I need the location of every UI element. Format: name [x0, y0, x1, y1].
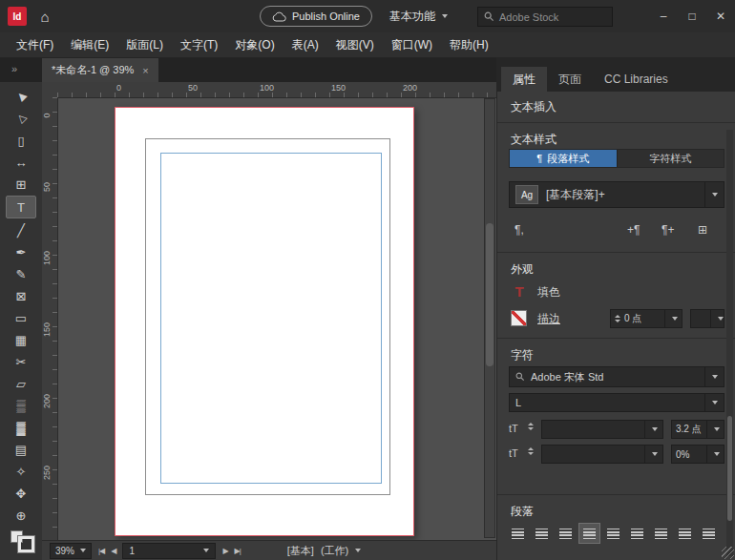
create-style-icon[interactable]: +¶	[627, 223, 640, 237]
menu-item[interactable]: 窗口(W)	[383, 37, 441, 53]
justify-all-button[interactable]	[650, 523, 672, 544]
tracking-combo[interactable]: 0%	[671, 445, 724, 464]
direct-selection-tool[interactable]: ▷	[7, 108, 35, 129]
page-number: 1	[129, 546, 135, 556]
fill-color-swatch[interactable]: T	[511, 282, 528, 300]
panel-scrollbar[interactable]	[726, 130, 733, 556]
page-tool[interactable]: ▯	[7, 130, 35, 151]
hand-tool[interactable]: ✥	[7, 483, 35, 504]
maximize-button[interactable]: □	[678, 0, 706, 32]
menu-item[interactable]: 文件(F)	[8, 37, 62, 53]
line-tool[interactable]: ╱	[7, 219, 35, 240]
menu-item[interactable]: 表(A)	[284, 37, 327, 53]
align-center-button[interactable]	[531, 523, 553, 544]
menu-item[interactable]: 版面(L)	[117, 37, 172, 53]
close-tab-icon[interactable]: ×	[142, 65, 148, 76]
horizontal-ruler[interactable]: 050100150200	[57, 82, 496, 98]
justify-last-right-button[interactable]	[626, 523, 648, 544]
ruler-origin[interactable]	[42, 82, 58, 98]
workspace-switcher[interactable]: 基本功能	[389, 6, 448, 27]
leading-combo[interactable]: 3.2 点	[671, 420, 724, 439]
character-styles-tab[interactable]: 字符样式	[617, 150, 724, 167]
redefine-style-icon[interactable]: ¶+	[662, 223, 674, 237]
close-button[interactable]: ✕	[706, 0, 735, 32]
gap-tool[interactable]: ↔	[7, 152, 35, 173]
align-away-spine-button[interactable]	[698, 523, 720, 544]
minimize-button[interactable]: –	[649, 0, 678, 32]
justify-last-left-button[interactable]	[578, 523, 600, 544]
ruler-label: 50	[42, 180, 52, 194]
last-page-button[interactable]: ▶|	[235, 547, 241, 555]
menu-item[interactable]: 编辑(E)	[62, 37, 117, 53]
stroke-type-dropdown[interactable]	[690, 309, 724, 328]
tab-cc-libraries[interactable]: CC Libraries	[593, 67, 680, 92]
scrollbar-thumb[interactable]	[727, 416, 732, 521]
publish-online-button[interactable]: Publish Online	[260, 6, 372, 27]
canvas-vertical-scrollbar[interactable]	[484, 98, 495, 538]
ruler-label: 50	[188, 83, 198, 93]
home-icon[interactable]: ⌂	[34, 6, 55, 27]
resize-grip-icon[interactable]	[722, 547, 734, 559]
paragraph-formatting-icon[interactable]: ¶,	[514, 223, 524, 237]
document-tab[interactable]: *未命名-1 @ 39% ×	[42, 58, 158, 82]
free-transform-tool[interactable]: ▱	[7, 373, 35, 394]
stroke-swatch[interactable]	[18, 536, 34, 552]
tab-pages[interactable]: 页面	[547, 67, 593, 92]
scissors-tool[interactable]: ✂	[7, 351, 35, 372]
gradient-swatch-tool[interactable]: ▒	[7, 395, 35, 416]
collapse-tools-icon[interactable]: »	[11, 63, 17, 74]
display-performance[interactable]: [基本]	[287, 544, 314, 558]
menu-item[interactable]: 帮助(H)	[441, 37, 497, 53]
selection-tool[interactable]: ▶	[7, 86, 35, 107]
menu-item[interactable]: 对象(O)	[226, 37, 283, 53]
font-family-combo[interactable]: Adobe 宋体 Std	[509, 366, 724, 387]
document-canvas[interactable]: 050100150200 050100150200250	[42, 82, 496, 540]
zoom-level-combo[interactable]: 39%	[50, 543, 92, 559]
content-collector-tool[interactable]: ⊞	[7, 174, 35, 195]
pen-tool[interactable]: ✒	[7, 241, 35, 262]
previous-page-button[interactable]: ◀	[111, 547, 116, 555]
align-left-button[interactable]	[507, 523, 529, 544]
font-size-combo[interactable]	[541, 420, 663, 439]
menu-item[interactable]: 视图(V)	[327, 37, 383, 53]
gradient-feather-tool[interactable]: ▓	[7, 417, 35, 438]
first-page-button[interactable]: |◀	[98, 547, 104, 555]
paragraph-style-combo[interactable]: Ag [基本段落]+	[509, 181, 724, 208]
alignment-buttons-row	[507, 523, 730, 544]
workspace-indicator[interactable]: (工作)	[321, 544, 348, 558]
note-tool[interactable]: ▤	[7, 439, 35, 460]
rectangle-tool[interactable]: ▭	[7, 307, 35, 328]
style-options-icon[interactable]: ⊞	[698, 223, 707, 237]
fill-label[interactable]: 填色	[537, 284, 560, 301]
vertical-ruler[interactable]: 050100150200250	[42, 97, 58, 540]
menu-item[interactable]: 文字(T)	[172, 37, 226, 53]
stepper-arrows-icon[interactable]	[528, 423, 534, 430]
scrollbar-thumb[interactable]	[486, 223, 494, 366]
zoom-tool[interactable]: ⊕	[7, 505, 35, 526]
frame-grid-tool[interactable]: ▦	[7, 329, 35, 350]
stroke-label[interactable]: 描边	[537, 311, 560, 327]
stroke-weight-stepper[interactable]: 0 点	[610, 309, 682, 328]
app-logo[interactable]: Id	[8, 7, 27, 26]
pencil-tool[interactable]: ✎	[7, 263, 35, 284]
tab-properties[interactable]: 属性	[501, 67, 547, 92]
stroke-color-swatch[interactable]	[511, 310, 527, 326]
eyedropper-tool[interactable]: ✧	[7, 461, 35, 482]
page-number-combo[interactable]: 1	[122, 543, 216, 559]
stepper-arrows-icon[interactable]	[615, 315, 620, 322]
text-frame[interactable]	[160, 153, 382, 484]
align-towards-spine-button[interactable]	[674, 523, 696, 544]
font-style-combo[interactable]: L	[509, 393, 724, 412]
fill-stroke-swatches[interactable]	[7, 530, 35, 548]
document-page[interactable]	[115, 107, 414, 536]
stock-search-input[interactable]: Adobe Stock	[477, 7, 613, 27]
kerning-combo[interactable]	[541, 445, 663, 464]
stepper-arrows-icon[interactable]	[528, 447, 534, 455]
type-tool[interactable]: T	[6, 196, 36, 218]
next-page-button[interactable]: ▶	[222, 547, 227, 555]
rectangle-frame-tool[interactable]: ⊠	[7, 285, 35, 306]
paragraph-mark-icon: ¶	[536, 153, 542, 164]
justify-last-center-button[interactable]	[602, 523, 624, 544]
paragraph-styles-tab[interactable]: ¶ 段落样式	[510, 150, 617, 167]
align-right-button[interactable]	[555, 523, 577, 544]
